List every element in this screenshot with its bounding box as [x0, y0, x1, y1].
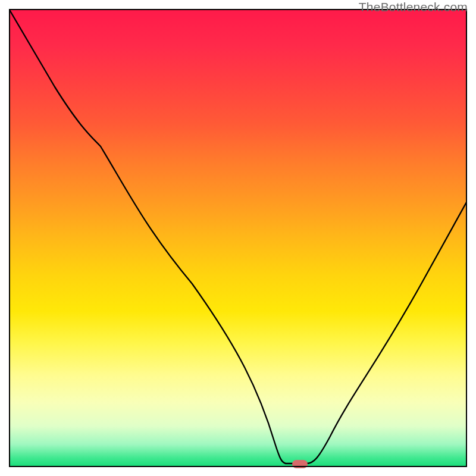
chart-gradient-background — [9, 9, 467, 467]
minimum-marker — [292, 460, 308, 468]
bottleneck-chart: TheBottleneck.com — [0, 0, 476, 476]
watermark-text: TheBottleneck.com — [359, 0, 468, 14]
